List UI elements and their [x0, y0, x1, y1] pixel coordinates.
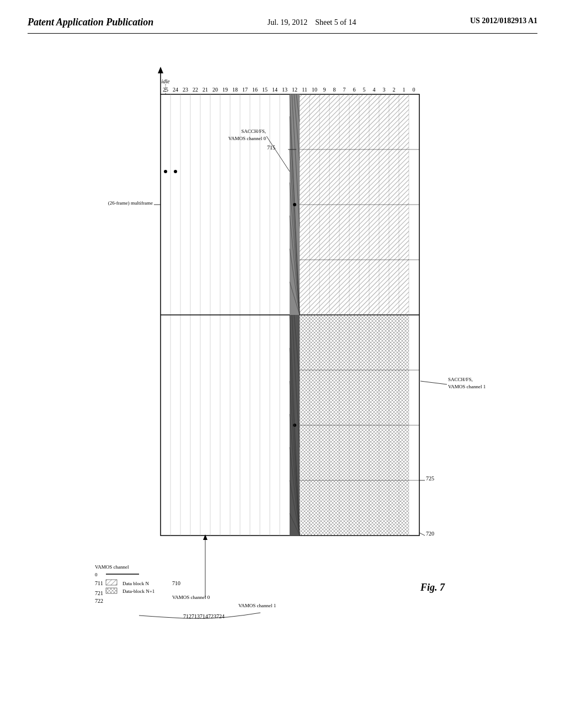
- frame-17: 17: [242, 87, 248, 93]
- data-block-n1-label: Data-block N+1: [122, 588, 154, 594]
- sacch-vamos-0-label: SACCH/FS,: [241, 129, 266, 134]
- frame-16: 16: [252, 87, 258, 93]
- frame-3: 3: [383, 87, 386, 93]
- frame-15: 15: [262, 87, 268, 93]
- patent-number: US 2012/0182913 A1: [470, 17, 537, 25]
- frame-19: 19: [222, 87, 228, 93]
- vamos-ch0-bottom: VAMOS channel 0: [172, 595, 210, 600]
- up-arrow-head: [158, 67, 163, 73]
- figure-svg: 25 24 23 22 21 20 19 18 17 16 15 14 13 1…: [73, 61, 492, 668]
- frame-18: 18: [232, 87, 238, 93]
- header: Patent Application Publication Jul. 19, …: [28, 17, 537, 34]
- label-721: 721: [95, 590, 103, 596]
- frame-4: 4: [373, 87, 376, 93]
- vamos-0-legend: 0: [95, 572, 98, 577]
- sacch-vamos-0-label2: VAMOS channel 0: [228, 136, 266, 141]
- frame-11: 11: [302, 87, 307, 93]
- vamos-channel-label: VAMOS channel: [95, 564, 129, 570]
- diagram-container: 25 24 23 22 21 20 19 18 17 16 15 14 13 1…: [28, 45, 537, 684]
- frame-14: 14: [272, 87, 278, 93]
- line-720: [419, 533, 425, 536]
- frame-9: 9: [323, 87, 326, 93]
- ch0-idle-dot2: [164, 170, 167, 173]
- diag-legend: [106, 580, 117, 585]
- multiframe-label: (26-frame) multiframe: [108, 200, 153, 206]
- frame-5: 5: [363, 87, 366, 93]
- sacch-1-pointer: [420, 381, 447, 384]
- frame-22: 22: [193, 87, 198, 93]
- frame-6: 6: [353, 87, 356, 93]
- diagram: 25 24 23 22 21 20 19 18 17 16 15 14 13 1…: [73, 61, 492, 668]
- frame-2: 2: [393, 87, 396, 93]
- label-722: 722: [95, 598, 103, 604]
- sacch-0-pointer: [266, 136, 290, 172]
- header-center: Jul. 19, 2012 Sheet 5 of 14: [268, 17, 356, 29]
- vamos-ch1-bottom: VAMOS channel 1: [238, 603, 276, 608]
- frame-13: 13: [282, 87, 287, 93]
- frame-12: 12: [292, 87, 297, 93]
- label-710: 710: [172, 580, 180, 586]
- label-725: 725: [426, 475, 434, 481]
- frame-20: 20: [212, 87, 218, 93]
- label-711: 711: [95, 580, 103, 586]
- label-720: 720: [426, 531, 434, 537]
- sacch-vamos-1-label2: VAMOS channel 1: [448, 384, 486, 389]
- sacch-vamos-1-label: SACCH/FS,: [448, 377, 473, 382]
- ch0-dot: [293, 203, 296, 206]
- frame-21: 21: [202, 87, 208, 93]
- publication-title: Patent Application Publication: [28, 17, 153, 28]
- figure-label: Fig. 7: [420, 582, 445, 593]
- frame-24: 24: [173, 87, 178, 93]
- cross-legend: [106, 588, 117, 593]
- ch0-idle-dot1: [174, 170, 177, 173]
- idle-label: idle: [162, 78, 170, 84]
- date: Jul. 19, 2012: [268, 18, 307, 26]
- sheet: Sheet 5 of 14: [315, 18, 356, 26]
- frame-23: 23: [183, 87, 188, 93]
- label-724: 724: [216, 613, 225, 619]
- frame-7: 7: [343, 87, 346, 93]
- frame-8: 8: [333, 87, 336, 93]
- frame-10: 10: [312, 87, 317, 93]
- label-715: 715: [267, 144, 275, 151]
- frame-1: 1: [403, 87, 406, 93]
- data-block-n-label: Data block N: [122, 581, 149, 586]
- page: Patent Application Publication Jul. 19, …: [0, 0, 565, 728]
- frame-0: 0: [413, 87, 415, 93]
